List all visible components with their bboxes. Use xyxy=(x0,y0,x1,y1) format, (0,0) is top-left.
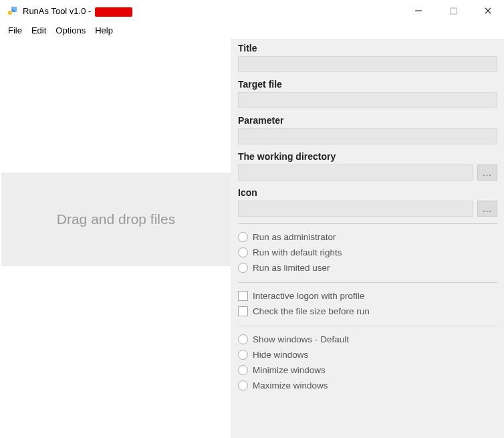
radio-icon xyxy=(238,334,248,344)
radio-run-admin[interactable]: Run as administrator xyxy=(238,229,497,245)
title-label: Title xyxy=(238,43,497,53)
radio-label: Maximize windows xyxy=(253,380,328,391)
radio-hide-windows[interactable]: Hide windows xyxy=(238,347,497,362)
radio-maximize-windows[interactable]: Maximize windows xyxy=(238,378,497,393)
minimize-button[interactable] xyxy=(409,4,428,17)
radio-label: Minimize windows xyxy=(253,365,326,375)
radio-icon xyxy=(238,232,248,242)
parameter-input[interactable] xyxy=(238,128,497,144)
radio-label: Show windows - Default xyxy=(253,334,349,344)
radio-run-default[interactable]: Run with default rights xyxy=(238,245,497,260)
parameter-label: Parameter xyxy=(238,115,497,126)
radio-icon xyxy=(238,365,248,375)
menu-edit[interactable]: Edit xyxy=(31,25,46,35)
separator xyxy=(238,282,497,283)
workdir-input[interactable] xyxy=(238,165,473,181)
drop-zone[interactable]: Drag and drop files xyxy=(1,173,231,266)
radio-label: Run as limited user xyxy=(253,263,330,273)
menu-help[interactable]: Help xyxy=(95,25,113,35)
checkbox-icon xyxy=(238,291,248,301)
radio-icon xyxy=(238,247,248,257)
title-input[interactable] xyxy=(238,56,497,72)
radio-icon xyxy=(238,263,248,273)
target-label: Target file xyxy=(238,79,497,90)
maximize-button[interactable] xyxy=(444,4,463,17)
svg-rect-3 xyxy=(451,8,457,14)
right-pane: Title Target file Parameter The working … xyxy=(231,39,504,438)
radio-label: Run with default rights xyxy=(253,247,342,257)
title-bar: RunAs Tool v1.0 - xyxy=(0,0,504,21)
icon-browse-button[interactable]: ... xyxy=(477,201,497,217)
check-interactive-logon[interactable]: Interactive logon with profile xyxy=(238,288,497,304)
icon-input[interactable] xyxy=(238,201,473,217)
menu-options[interactable]: Options xyxy=(55,25,86,35)
workdir-browse-button[interactable]: ... xyxy=(477,165,497,181)
icon-label: Icon xyxy=(238,187,497,198)
radio-minimize-windows[interactable]: Minimize windows xyxy=(238,362,497,378)
radio-show-windows[interactable]: Show windows - Default xyxy=(238,332,497,347)
redacted-mark xyxy=(95,7,132,17)
close-button[interactable] xyxy=(479,4,497,17)
checkbox-icon xyxy=(238,306,248,316)
separator xyxy=(238,326,497,326)
separator xyxy=(238,223,497,224)
menu-bar: File Edit Options Help xyxy=(0,21,504,39)
radio-label: Run as administrator xyxy=(253,232,336,242)
menu-file[interactable]: File xyxy=(8,25,22,35)
radio-icon xyxy=(238,380,248,391)
checkbox-label: Check the file size before run xyxy=(253,306,370,316)
window-title: RunAs Tool v1.0 - xyxy=(23,6,91,16)
radio-label: Hide windows xyxy=(253,350,308,360)
drop-zone-text: Drag and drop files xyxy=(57,211,175,227)
target-input[interactable] xyxy=(238,92,497,108)
radio-run-limited[interactable]: Run as limited user xyxy=(238,260,497,276)
check-file-size[interactable]: Check the file size before run xyxy=(238,304,497,319)
workdir-label: The working directory xyxy=(238,151,497,162)
app-icon xyxy=(7,5,19,17)
radio-icon xyxy=(238,350,248,360)
checkbox-label: Interactive logon with profile xyxy=(253,291,364,301)
left-pane: Drag and drop files xyxy=(0,39,231,438)
